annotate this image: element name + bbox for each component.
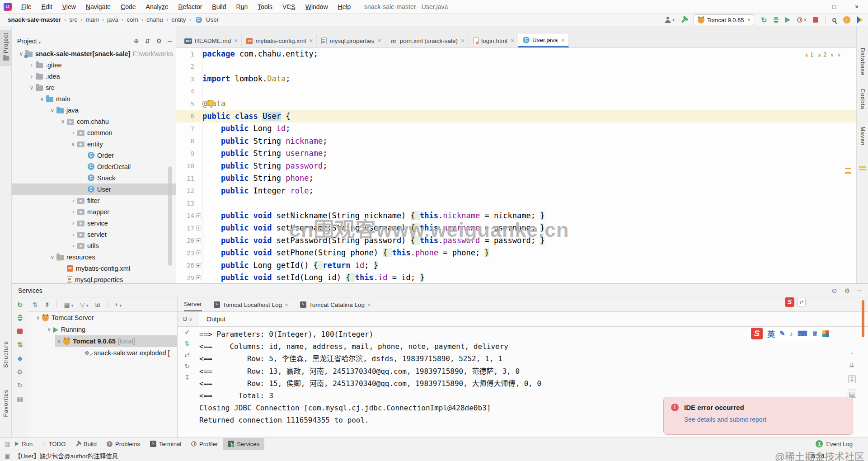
chevron-collapsed-icon[interactable]: › (69, 231, 77, 238)
hide-panel-icon[interactable]: ─ (168, 38, 172, 45)
rerun-button[interactable]: ↻ (761, 16, 767, 24)
chevron-expanded-icon[interactable]: ∨ (48, 254, 56, 260)
toolwindow-button-todo[interactable]: ≡TODO (38, 438, 70, 450)
new-window-icon[interactable]: ⊞ (95, 301, 101, 308)
menu-edit[interactable]: Edit (37, 3, 57, 10)
toolwindow-button-build[interactable]: Build (70, 438, 102, 450)
stop-server-icon[interactable] (16, 328, 24, 335)
close-icon[interactable]: × (234, 37, 238, 44)
sidebar-tab-structure[interactable]: Structure (0, 338, 12, 371)
code-line-8[interactable]: 8 public String nickname; (176, 135, 856, 148)
settings-gear-icon[interactable]: ⚙ (156, 38, 162, 45)
error-stripe-mark[interactable] (845, 172, 851, 174)
code-line-9[interactable]: 9 public String username; (176, 147, 856, 160)
project-tree-item-mapper[interactable]: ›mapper (12, 206, 176, 217)
chevron-expanded-icon[interactable]: ∨ (28, 85, 36, 91)
project-tree-item-utils[interactable]: ›utils (12, 240, 176, 251)
services-tree-item-tomcat9.0.65[interactable]: ∨Tomcat 9.0.65 [local] (28, 335, 177, 347)
toolwindow-button-profiler[interactable]: Profiler (186, 438, 223, 450)
project-tree-item-main[interactable]: ∨main (12, 93, 176, 104)
chevron-collapsed-icon[interactable]: › (28, 73, 36, 80)
restart-icon[interactable]: ↻ (184, 362, 190, 370)
notification-link[interactable]: See details and submit report (684, 416, 845, 423)
debug-button[interactable] (774, 17, 779, 23)
error-stripe-mark[interactable] (845, 168, 851, 169)
wrench-icon[interactable]: ⚙ (16, 368, 24, 376)
code-line-26[interactable]: 26+ public Long getId() { return id; } (176, 259, 856, 272)
handwriting-icon[interactable]: ✎ (779, 329, 785, 338)
editor-tab-mysql.properties[interactable]: mysql.properties× (317, 34, 385, 47)
close-icon[interactable]: × (367, 301, 371, 308)
menu-navigate[interactable]: Navigate (81, 3, 116, 10)
menu-file[interactable]: File (16, 3, 37, 10)
fold-expand-icon[interactable]: + (196, 226, 201, 230)
close-button[interactable]: × (845, 0, 868, 14)
code-line-13[interactable]: 13 (176, 197, 856, 210)
chevron-expanded-icon[interactable]: ∨ (38, 96, 46, 102)
project-tree-item-mysql.properties[interactable]: mysql.properties (12, 274, 176, 283)
services-diamond-icon[interactable]: ◆ (16, 354, 24, 362)
code-line-1[interactable]: 1package com.chahu.entity; (176, 48, 856, 61)
filter-icon[interactable]: ▽▾ (80, 301, 88, 308)
toolwindow-button-run[interactable]: Run (10, 438, 38, 450)
skin-icon[interactable]: ♕ (812, 329, 818, 338)
services-tree-item-running[interactable]: ∨Running (28, 324, 177, 335)
stop-button[interactable] (813, 17, 818, 23)
code-line-5[interactable]: 5@Data (176, 98, 856, 110)
update-button[interactable]: ↑ (843, 16, 850, 24)
collapse-all-icon[interactable]: ⇟ (45, 301, 50, 308)
project-tree-item-snack-sale-master[interactable]: ∨snack-sale-master [snack-sale]F:\work\w… (12, 48, 176, 59)
editor-tab-mybatis-config.xml[interactable]: <>mybatis-config.xml× (242, 34, 317, 47)
debug-server-icon[interactable] (16, 315, 24, 322)
chevron-expanded-icon[interactable]: ∨ (59, 118, 67, 125)
fold-expand-icon[interactable]: + (196, 250, 201, 255)
build-project-button[interactable] (681, 17, 687, 23)
toolwindow-switcher-icon[interactable]: ▥ (5, 441, 10, 447)
project-tree-item-entity[interactable]: ∨entity (12, 138, 176, 150)
deployment-dropdown[interactable]: D ∨ (178, 312, 198, 327)
project-tree-item-.idea[interactable]: ›.idea (12, 71, 176, 82)
sidebar-tab-maven[interactable]: Maven (857, 124, 868, 149)
fold-expand-icon[interactable]: + (196, 238, 201, 243)
chevron-expanded-icon[interactable]: ∨ (34, 315, 42, 321)
breadcrumb-entity[interactable]: entity (170, 16, 187, 23)
close-icon[interactable]: × (561, 37, 564, 44)
refresh-icon[interactable]: ↻ (16, 381, 24, 390)
code-line-3[interactable]: 3import lombok.Data; (176, 73, 856, 85)
keyboard-icon[interactable]: ⌨ (798, 329, 807, 338)
code-line-23[interactable]: 23+ public void setPhone(String phone) {… (176, 247, 856, 259)
ime-switch-icon[interactable]: ⇄ (797, 298, 806, 306)
profiler-button[interactable]: ▾ (797, 17, 806, 23)
menu-run[interactable]: Run (231, 3, 253, 10)
chevron-expanded-icon[interactable]: ∨ (45, 326, 53, 333)
menu-help[interactable]: Help (333, 3, 356, 10)
intention-bulb-icon[interactable] (208, 100, 214, 106)
soft-wrap-icon[interactable]: ↧ (848, 375, 856, 383)
breadcrumb-snack-sale-master[interactable]: snack-sale-master (6, 16, 62, 23)
event-log-button[interactable]: 1 Event Log (816, 440, 853, 447)
chevron-collapsed-icon[interactable]: › (28, 62, 36, 68)
toolwindow-button-services[interactable]: >Services (223, 438, 264, 450)
chevron-collapsed-icon[interactable]: › (69, 209, 77, 215)
prev-warning-icon[interactable]: ∧ (830, 52, 834, 58)
breadcrumb-src[interactable]: src (68, 16, 79, 23)
toolwindow-button-terminal[interactable]: >Terminal (145, 438, 186, 450)
services-tab-server[interactable]: Server (184, 298, 202, 311)
project-tree-item-.gitee[interactable]: ›.gitee (12, 59, 176, 71)
code-line-2[interactable]: 2 (176, 61, 856, 73)
chevron-collapsed-icon[interactable]: › (69, 130, 77, 136)
next-warning-icon[interactable]: ∨ (837, 52, 841, 58)
services-tree-item-snack-salewarexploded[interactable]: ❖✓snack-sale:war exploded [ (28, 347, 177, 359)
fold-expand-icon[interactable]: + (196, 213, 201, 218)
project-tree-item-servlet[interactable]: ›servlet (12, 229, 176, 240)
add-service-icon[interactable]: +▾ (114, 301, 122, 308)
menu-refactor[interactable]: Refactor (173, 3, 207, 10)
project-tree-item-filter[interactable]: ›filter (12, 195, 176, 206)
collapse-all-icon[interactable]: ⇵ (145, 38, 150, 45)
chevron-collapsed-icon[interactable]: › (69, 220, 77, 226)
project-tree-item-mybatis-config.xml[interactable]: <>mybatis-config.xml (12, 263, 176, 274)
project-tree-item-snack[interactable]: CSnack (12, 172, 176, 183)
status-panel-icon[interactable]: ▣ (5, 452, 10, 459)
services-tree-item-tomcatserver[interactable]: ∨Tomcat Server (28, 312, 177, 324)
editor-tab-login.html[interactable]: login.html× (469, 34, 518, 47)
